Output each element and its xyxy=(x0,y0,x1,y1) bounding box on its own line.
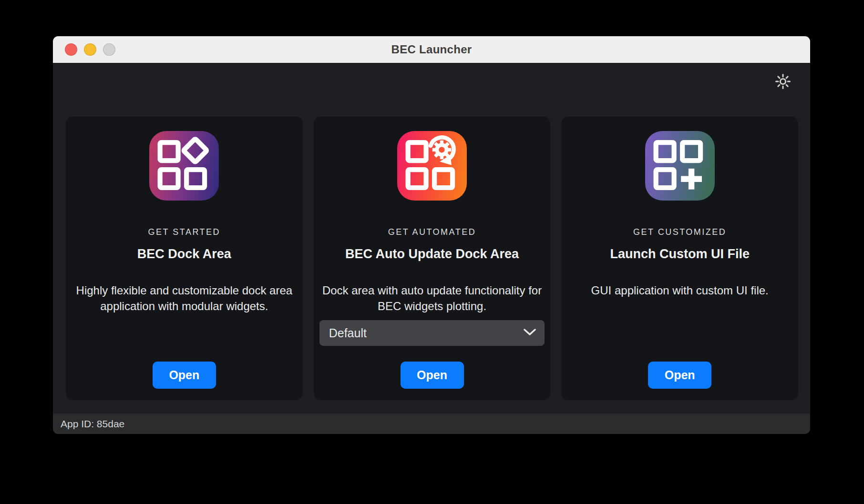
bec-launcher-window: BEC Launcher xyxy=(53,36,810,434)
custom-ui-app-icon xyxy=(645,131,715,201)
chevron-down-icon xyxy=(524,328,536,338)
card-description: Dock area with auto update functionality… xyxy=(319,282,545,314)
open-dock-area-button[interactable]: Open xyxy=(153,362,216,389)
card-eyebrow: GET CUSTOMIZED xyxy=(633,227,726,237)
card-title: BEC Auto Update Dock Area xyxy=(345,247,519,262)
window-title: BEC Launcher xyxy=(391,43,472,56)
app-id-label: App ID: 85dae xyxy=(61,418,124,430)
card-eyebrow: GET AUTOMATED xyxy=(388,227,476,237)
status-bar: App ID: 85dae xyxy=(53,413,810,434)
title-bar: BEC Launcher xyxy=(53,36,810,63)
card-description: Highly flexible and customizable dock ar… xyxy=(72,282,297,314)
card-auto-update: GET AUTOMATED BEC Auto Update Dock Area … xyxy=(314,117,551,400)
sun-icon xyxy=(774,73,792,92)
open-custom-ui-button[interactable]: Open xyxy=(648,362,711,389)
card-title: Launch Custom UI File xyxy=(610,247,750,262)
environment-select[interactable]: Default xyxy=(319,320,545,346)
dock-area-app-icon xyxy=(149,131,219,201)
card-description: GUI application with custom UI file. xyxy=(588,282,771,298)
auto-update-app-icon xyxy=(397,131,467,201)
theme-toggle-button[interactable] xyxy=(774,73,792,91)
card-eyebrow: GET STARTED xyxy=(148,227,221,237)
minimize-button[interactable] xyxy=(84,43,96,56)
content-area: GET STARTED BEC Dock Area Highly flexibl… xyxy=(53,63,810,413)
traffic-lights xyxy=(65,36,115,63)
close-button[interactable] xyxy=(65,43,77,56)
launcher-cards: GET STARTED BEC Dock Area Highly flexibl… xyxy=(66,117,798,400)
card-title: BEC Dock Area xyxy=(137,247,231,262)
open-auto-update-button[interactable]: Open xyxy=(401,362,464,389)
card-dock-area: GET STARTED BEC Dock Area Highly flexibl… xyxy=(66,117,303,400)
card-custom-ui: GET CUSTOMIZED Launch Custom UI File GUI… xyxy=(561,117,798,400)
zoom-button[interactable] xyxy=(103,43,115,56)
environment-select-value: Default xyxy=(329,326,367,340)
